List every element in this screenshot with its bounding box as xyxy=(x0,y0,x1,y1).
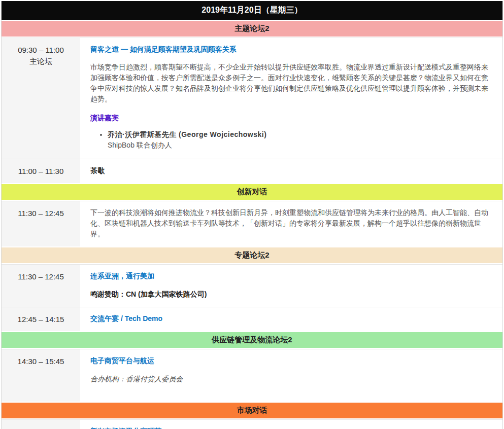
session-time-cell: 12:45 – 14:15 xyxy=(2,307,81,331)
section-header-innovation-dialogue: 创新对话 xyxy=(2,184,502,200)
session-time: 14:30 – 15:45 xyxy=(2,356,80,367)
session-time: 11:30 – 12:45 xyxy=(2,208,80,219)
session-title-link[interactable]: 电子商贸平台与航运 xyxy=(90,355,493,366)
speakers-label-link[interactable]: 演讲嘉宾 xyxy=(90,113,493,123)
session-content-cell: 下一波的科技浪潮将如何推进物流业？科技创新日新月异，时刻重塑物流和供应链管理将为… xyxy=(81,201,502,246)
section-header-theme-forum: 主题论坛2 xyxy=(2,21,502,37)
session-time: 14:30 – 15:45 xyxy=(2,426,80,429)
co-organizer-credit: 合办机构：香港付货人委员会 xyxy=(90,374,493,384)
section-header-market-dialogue: 市场对话 xyxy=(2,403,502,418)
session-content-cell: 电子商贸平台与航运 合办机构：香港付货人委员会 xyxy=(81,349,502,402)
session-time: 11:00 – 11:30 xyxy=(2,166,80,177)
session-time-cell: 11:30 – 12:45 xyxy=(2,265,81,307)
session-time-cell: 14:30 – 15:45 xyxy=(2,349,81,402)
session-title-link[interactable]: 交流午宴 / Tech Demo xyxy=(90,313,493,324)
session-time-cell: 11:30 – 12:45 xyxy=(2,201,81,246)
date-header-bar: 2019年11月20日（星期三） xyxy=(2,1,502,20)
session-time: 12:45 – 14:15 xyxy=(2,314,80,325)
session-time: 11:30 – 12:45 xyxy=(2,271,80,282)
session-content-cell: 新兴市场资讯分享环节 xyxy=(81,420,502,429)
session-title-link[interactable]: 留客之道 — 如何满足顾客期望及巩固顾客关系 xyxy=(90,44,493,55)
session-row-ecommerce: 14:30 – 15:45 电子商贸平台与航运 合办机构：香港付货人委员会 xyxy=(2,349,502,402)
session-content-cell: 交流午宴 / Tech Demo xyxy=(81,307,502,331)
session-row-asia: 11:30 – 12:45 连系亚洲，通行美加 鸣谢赞助：CN (加拿大国家铁路… xyxy=(2,264,502,307)
session-content-cell: 茶歇 xyxy=(81,159,502,183)
session-row-lunch: 12:45 – 14:15 交流午宴 / Tech Demo xyxy=(2,307,502,331)
session-description: 市场竞争日趋激烈，顾客期望不断提高，不少企业开始转以提升供应链效率取胜。物流业界… xyxy=(90,62,493,104)
session-title-link[interactable]: 新兴市场资讯分享环节 xyxy=(90,426,493,429)
session-row-tea-break: 11:00 – 11:30 茶歇 xyxy=(2,159,502,183)
conference-schedule: 2019年11月20日（星期三） 主题论坛2 09:30 – 11:00 主论坛… xyxy=(1,1,503,429)
session-track: 主论坛 xyxy=(2,56,80,67)
session-description: 下一波的科技浪潮将如何推进物流业？科技创新日新月异，时刻重塑物流和供应链管理将为… xyxy=(90,208,488,238)
session-time-cell: 14:30 – 15:45 xyxy=(2,420,81,429)
session-content-cell: 连系亚洲，通行美加 鸣谢赞助：CN (加拿大国家铁路公司) xyxy=(81,265,502,307)
session-time-cell: 11:00 – 11:30 xyxy=(2,159,81,183)
section-header-scm-logistics-forum: 供应链管理及物流论坛2 xyxy=(2,332,502,348)
session-row-emerging-markets: 14:30 – 15:45 新兴市场资讯分享环节 xyxy=(2,419,502,429)
session-content-cell: 留客之道 — 如何满足顾客期望及巩固顾客关系 市场竞争日趋激烈，顾客期望不断提高… xyxy=(81,38,502,159)
speaker-title: ShipBob 联合创办人 xyxy=(108,140,493,151)
speaker-name: 乔治·沃伊霍斯基先生 (George Wojciechowski) xyxy=(108,130,266,138)
session-title-link[interactable]: 连系亚洲，通行美加 xyxy=(90,271,493,281)
session-time: 09:30 – 11:00 xyxy=(2,45,80,56)
session-time-cell: 09:30 – 11:00 主论坛 xyxy=(2,38,81,159)
speaker-item: 乔治·沃伊霍斯基先生 (George Wojciechowski) ShipBo… xyxy=(108,129,493,151)
session-title: 茶歇 xyxy=(90,166,105,174)
section-header-special-forum: 专题论坛2 xyxy=(2,247,502,263)
sponsor-credit: 鸣谢赞助：CN (加拿大国家铁路公司) xyxy=(90,289,493,300)
session-row-keynote: 09:30 – 11:00 主论坛 留客之道 — 如何满足顾客期望及巩固顾客关系… xyxy=(2,38,502,159)
speaker-list: 乔治·沃伊霍斯基先生 (George Wojciechowski) ShipBo… xyxy=(90,129,493,151)
session-row-innovation: 11:30 – 12:45 下一波的科技浪潮将如何推进物流业？科技创新日新月异，… xyxy=(2,201,502,246)
